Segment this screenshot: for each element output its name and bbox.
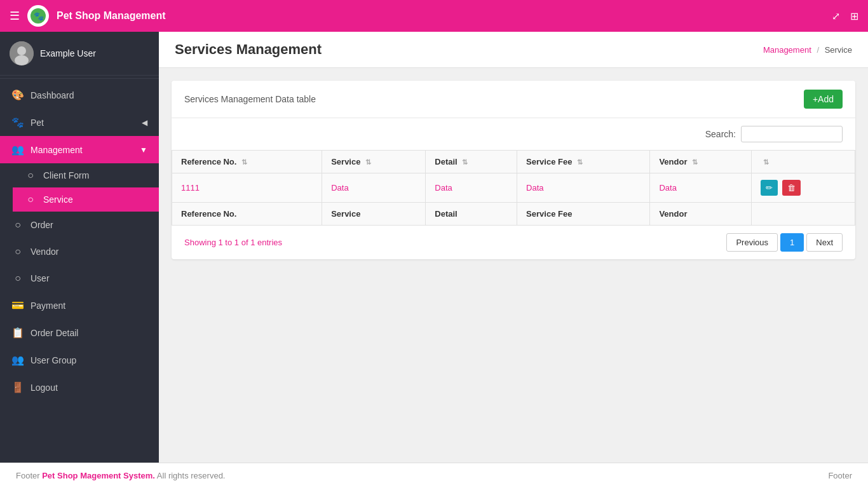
table-toolbar: Search: [172, 118, 855, 150]
payment-icon: 💳 [11, 299, 24, 311]
sidebar-item-label: Vendor [31, 247, 147, 257]
management-submenu: ○ Client Form ○ Service [0, 163, 159, 212]
avatar [10, 41, 34, 65]
card-header-title: Services Management Data table [184, 94, 316, 104]
circle-icon: ○ [24, 170, 37, 181]
sort-icon: ⇅ [462, 158, 468, 166]
sidebar-item-label: User [31, 273, 147, 283]
svg-point-4 [15, 55, 29, 65]
table-header-row: Reference No. ⇅ Service ⇅ Detail ⇅ Ser [172, 151, 855, 173]
sidebar-item-label: Order [31, 220, 147, 230]
footer-ref-no: Reference No. [172, 203, 322, 226]
col-actions: ⇅ [751, 151, 855, 173]
chevron-left-icon: ◀ [142, 118, 147, 127]
table-body: 1111 Data Data Data Data [172, 173, 855, 203]
footer-actions [751, 203, 855, 226]
edit-button[interactable]: ✏ [761, 180, 778, 196]
sidebar-item-management[interactable]: 👥 Management ▼ [0, 136, 159, 163]
breadcrumb: Management / Service [763, 45, 852, 55]
table-head: Reference No. ⇅ Service ⇅ Detail ⇅ Ser [172, 151, 855, 173]
previous-button[interactable]: Previous [726, 233, 778, 252]
search-input[interactable] [741, 126, 843, 142]
delete-button[interactable]: 🗑 [782, 180, 801, 196]
col-vendor[interactable]: Vendor ⇅ [650, 151, 751, 173]
table-row: 1111 Data Data Data Data [172, 173, 855, 203]
service-link[interactable]: Data [331, 183, 348, 193]
sidebar-item-label: Service [43, 194, 147, 205]
app-logo: 🐾 [27, 5, 49, 27]
circle-icon: ○ [24, 194, 37, 205]
footer-detail: Detail [426, 203, 517, 226]
cell-detail: Data [426, 173, 517, 203]
col-service-fee[interactable]: Service Fee ⇅ [517, 151, 650, 173]
topbar-right: ⤢ ⊞ [832, 10, 858, 22]
detail-link[interactable]: Data [435, 183, 452, 193]
footer-brand: Pet Shop Magement System. [42, 471, 155, 480]
sidebar-item-label: Client Form [43, 170, 147, 180]
search-label: Search: [705, 129, 736, 139]
topbar-left: ☰ 🐾 Pet Shop Management [10, 5, 166, 27]
cell-vendor: Data [650, 173, 751, 203]
sidebar-item-user[interactable]: ○ User [0, 265, 159, 292]
breadcrumb-parent[interactable]: Management [763, 45, 811, 55]
page-1-button[interactable]: 1 [780, 233, 804, 252]
sidebar-item-pet[interactable]: 🐾 Pet ◀ [0, 109, 159, 136]
col-ref-no[interactable]: Reference No. ⇅ [172, 151, 322, 173]
sort-icon: ⇅ [763, 158, 769, 166]
pagination: Previous 1 Next [726, 233, 843, 252]
data-card: Services Management Data table +Add Sear… [172, 81, 855, 259]
sort-icon: ⇅ [241, 158, 247, 166]
footer-text: Footer Pet Shop Magement System. All rig… [16, 471, 225, 480]
content-area: Services Management Management / Service… [159, 32, 868, 463]
sidebar-divider [0, 78, 159, 79]
management-icon: 👥 [11, 144, 24, 156]
cell-ref-no: 1111 [172, 173, 322, 203]
compress-icon[interactable]: ⤢ [832, 10, 840, 22]
menu-icon[interactable]: ☰ [10, 9, 20, 23]
service-fee-link[interactable]: Data [526, 183, 543, 193]
topbar: ☰ 🐾 Pet Shop Management ⤢ ⊞ [0, 0, 868, 32]
sidebar-item-label: Payment [31, 301, 147, 311]
sort-icon: ⇅ [365, 158, 371, 166]
col-detail[interactable]: Detail ⇅ [426, 151, 517, 173]
sidebar-item-vendor[interactable]: ○ Vendor [0, 238, 159, 265]
sidebar-item-order-detail[interactable]: 📋 Order Detail [0, 319, 159, 346]
card-header: Services Management Data table +Add [172, 81, 855, 118]
sidebar-item-user-group[interactable]: 👥 User Group [0, 346, 159, 374]
action-cell: ✏ 🗑 [761, 180, 846, 196]
showing-text: Showing 1 to 1 of 1 entries [184, 238, 282, 247]
order-icon: ○ [11, 219, 24, 231]
sidebar-item-logout[interactable]: 🚪 Logout [0, 374, 159, 401]
sidebar-item-client-form[interactable]: ○ Client Form [13, 163, 159, 187]
col-service[interactable]: Service ⇅ [322, 151, 426, 173]
next-button[interactable]: Next [806, 233, 843, 252]
data-table: Reference No. ⇅ Service ⇅ Detail ⇅ Ser [172, 150, 855, 226]
sidebar-item-label: Dashboard [31, 90, 147, 100]
page-footer: Footer Pet Shop Magement System. All rig… [0, 463, 868, 488]
cell-actions: ✏ 🗑 [751, 173, 855, 203]
cell-service: Data [322, 173, 426, 203]
sidebar-item-service[interactable]: ○ Service [13, 187, 159, 212]
sidebar-item-dashboard[interactable]: 🎨 Dashboard [0, 81, 159, 109]
table-footer: Showing 1 to 1 of 1 entries Previous 1 N… [172, 226, 855, 259]
sidebar-username: Example User [40, 48, 96, 58]
sidebar-item-order[interactable]: ○ Order [0, 212, 159, 238]
sidebar: Example User 🎨 Dashboard 🐾 Pet ◀ 👥 Manag… [0, 32, 159, 463]
breadcrumb-current: Service [825, 45, 852, 55]
grid-icon[interactable]: ⊞ [850, 10, 858, 22]
sidebar-user: Example User [0, 32, 159, 76]
footer-vendor: Vendor [650, 203, 751, 226]
add-button[interactable]: +Add [804, 90, 843, 109]
vendor-link[interactable]: Data [659, 183, 676, 193]
sidebar-item-label: Logout [31, 383, 147, 393]
page-title: Services Management [175, 41, 322, 58]
pet-icon: 🐾 [11, 116, 24, 128]
sidebar-item-payment[interactable]: 💳 Payment [0, 292, 159, 319]
ref-no-link[interactable]: 1111 [181, 183, 200, 193]
dashboard-icon: 🎨 [11, 89, 24, 101]
footer-right: Footer [828, 471, 852, 480]
user-icon: ○ [11, 273, 24, 284]
sidebar-item-label: User Group [31, 355, 147, 365]
footer-service-fee: Service Fee [517, 203, 650, 226]
breadcrumb-separator: / [817, 45, 819, 55]
